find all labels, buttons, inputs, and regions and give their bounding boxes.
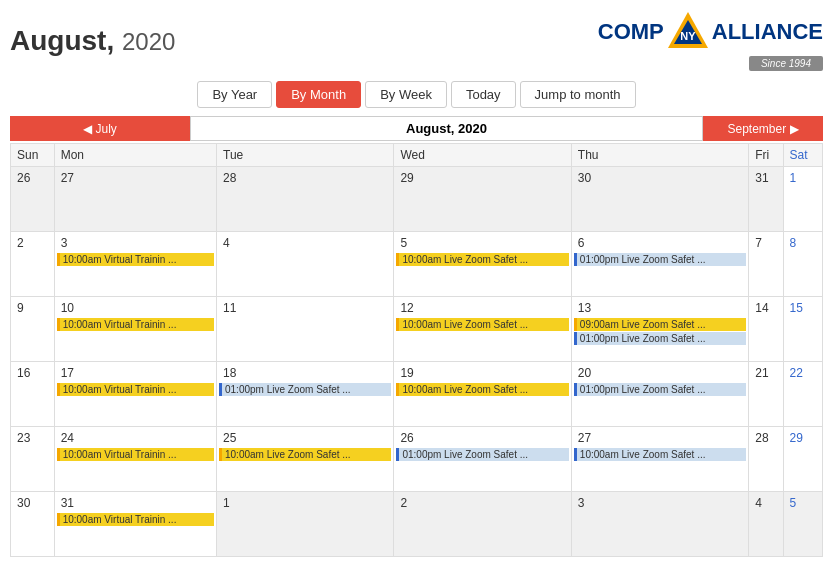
calendar-day[interactable]: 5	[783, 492, 822, 557]
day-number: 6	[574, 234, 746, 252]
calendar-event[interactable]: 10:00am Live Zoom Safet ...	[219, 448, 391, 461]
calendar-event[interactable]: 01:00pm Live Zoom Safet ...	[574, 332, 746, 345]
by-week-button[interactable]: By Week	[365, 81, 447, 108]
month-label: August,	[10, 25, 114, 56]
calendar-day[interactable]: 1801:00pm Live Zoom Safet ...	[217, 362, 394, 427]
calendar-week-row: 232410:00am Virtual Trainin ...2510:00am…	[11, 427, 823, 492]
day-number: 20	[574, 364, 746, 382]
calendar-day[interactable]: 16	[11, 362, 55, 427]
day-number: 31	[57, 494, 214, 512]
calendar-day[interactable]: 29	[394, 167, 571, 232]
calendar-event[interactable]: 01:00pm Live Zoom Safet ...	[574, 383, 746, 396]
calendar-day[interactable]: 1309:00am Live Zoom Safet ...01:00pm Liv…	[571, 297, 748, 362]
calendar-event[interactable]: 01:00pm Live Zoom Safet ...	[574, 253, 746, 266]
next-month-button[interactable]: September ▶	[703, 116, 823, 141]
calendar-event[interactable]: 10:00am Live Zoom Safet ...	[396, 253, 568, 266]
day-number: 5	[396, 234, 568, 252]
calendar-event[interactable]: 01:00pm Live Zoom Safet ...	[219, 383, 391, 396]
by-year-button[interactable]: By Year	[197, 81, 272, 108]
calendar-event[interactable]: 10:00am Virtual Trainin ...	[57, 253, 214, 266]
day-number: 21	[751, 364, 780, 382]
day-number: 4	[751, 494, 780, 512]
calendar-day[interactable]: 7	[749, 232, 783, 297]
calendar-day[interactable]: 27	[54, 167, 216, 232]
calendar-day[interactable]: 30	[571, 167, 748, 232]
day-number: 3	[57, 234, 214, 252]
calendar-event[interactable]: 01:00pm Live Zoom Safet ...	[396, 448, 568, 461]
calendar-event[interactable]: 09:00am Live Zoom Safet ...	[574, 318, 746, 331]
calendar-day[interactable]: 2510:00am Live Zoom Safet ...	[217, 427, 394, 492]
calendar-day[interactable]: 3	[571, 492, 748, 557]
day-number: 28	[751, 429, 780, 447]
calendar-week-row: 303110:00am Virtual Trainin ...12345	[11, 492, 823, 557]
calendar-day[interactable]: 310:00am Virtual Trainin ...	[54, 232, 216, 297]
calendar-day[interactable]: 28	[217, 167, 394, 232]
calendar-day[interactable]: 2710:00am Live Zoom Safet ...	[571, 427, 748, 492]
calendar-day[interactable]: 2001:00pm Live Zoom Safet ...	[571, 362, 748, 427]
calendar-week-row: 91010:00am Virtual Trainin ...111210:00a…	[11, 297, 823, 362]
month-navigation: ◀ July August, 2020 September ▶	[10, 116, 823, 141]
day-number: 26	[396, 429, 568, 447]
day-number: 13	[574, 299, 746, 317]
calendar-event[interactable]: 10:00am Live Zoom Safet ...	[396, 383, 568, 396]
calendar-day[interactable]: 11	[217, 297, 394, 362]
calendar-day[interactable]: 30	[11, 492, 55, 557]
day-number: 29	[396, 169, 568, 187]
calendar-event[interactable]: 10:00am Live Zoom Safet ...	[396, 318, 568, 331]
day-number: 10	[57, 299, 214, 317]
calendar-day[interactable]: 8	[783, 232, 822, 297]
calendar-day[interactable]: 31	[749, 167, 783, 232]
day-number: 27	[574, 429, 746, 447]
calendar-day[interactable]: 26	[11, 167, 55, 232]
by-month-button[interactable]: By Month	[276, 81, 361, 108]
month-title: August, 2020	[10, 25, 175, 57]
day-number: 11	[219, 299, 391, 317]
day-number: 4	[219, 234, 391, 252]
jump-to-month-button[interactable]: Jump to month	[520, 81, 636, 108]
day-number: 28	[219, 169, 391, 187]
today-button[interactable]: Today	[451, 81, 516, 108]
day-number: 30	[574, 169, 746, 187]
calendar-event[interactable]: 10:00am Virtual Trainin ...	[57, 513, 214, 526]
calendar-day[interactable]: 1	[783, 167, 822, 232]
header-thu: Thu	[571, 144, 748, 167]
calendar-day[interactable]: 21	[749, 362, 783, 427]
calendar-day[interactable]: 14	[749, 297, 783, 362]
calendar-day[interactable]: 28	[749, 427, 783, 492]
calendar-day[interactable]: 1210:00am Live Zoom Safet ...	[394, 297, 571, 362]
calendar-day[interactable]: 1910:00am Live Zoom Safet ...	[394, 362, 571, 427]
day-number: 8	[786, 234, 820, 252]
calendar-event[interactable]: 10:00am Virtual Trainin ...	[57, 318, 214, 331]
calendar-day[interactable]: 3110:00am Virtual Trainin ...	[54, 492, 216, 557]
day-number: 14	[751, 299, 780, 317]
calendar-week-row: 2627282930311	[11, 167, 823, 232]
calendar-day[interactable]: 510:00am Live Zoom Safet ...	[394, 232, 571, 297]
calendar-day[interactable]: 15	[783, 297, 822, 362]
calendar-day[interactable]: 1710:00am Virtual Trainin ...	[54, 362, 216, 427]
calendar-day[interactable]: 4	[217, 232, 394, 297]
calendar-day[interactable]: 1010:00am Virtual Trainin ...	[54, 297, 216, 362]
day-number: 1	[786, 169, 820, 187]
day-number: 9	[13, 299, 52, 317]
calendar-day[interactable]: 2	[394, 492, 571, 557]
calendar-day[interactable]: 601:00pm Live Zoom Safet ...	[571, 232, 748, 297]
svg-text:NY: NY	[680, 30, 696, 42]
calendar-day[interactable]: 2410:00am Virtual Trainin ...	[54, 427, 216, 492]
calendar-day[interactable]: 29	[783, 427, 822, 492]
day-number: 19	[396, 364, 568, 382]
prev-month-button[interactable]: ◀ July	[10, 116, 190, 141]
calendar-week-row: 2310:00am Virtual Trainin ...4510:00am L…	[11, 232, 823, 297]
calendar-day[interactable]: 2601:00pm Live Zoom Safet ...	[394, 427, 571, 492]
day-number: 16	[13, 364, 52, 382]
calendar-day[interactable]: 9	[11, 297, 55, 362]
calendar-day[interactable]: 23	[11, 427, 55, 492]
calendar-day[interactable]: 4	[749, 492, 783, 557]
calendar-event[interactable]: 10:00am Virtual Trainin ...	[57, 383, 214, 396]
calendar-day[interactable]: 2	[11, 232, 55, 297]
day-number: 15	[786, 299, 820, 317]
year-label: 2020	[122, 28, 175, 55]
calendar-day[interactable]: 1	[217, 492, 394, 557]
calendar-day[interactable]: 22	[783, 362, 822, 427]
calendar-event[interactable]: 10:00am Virtual Trainin ...	[57, 448, 214, 461]
calendar-event[interactable]: 10:00am Live Zoom Safet ...	[574, 448, 746, 461]
